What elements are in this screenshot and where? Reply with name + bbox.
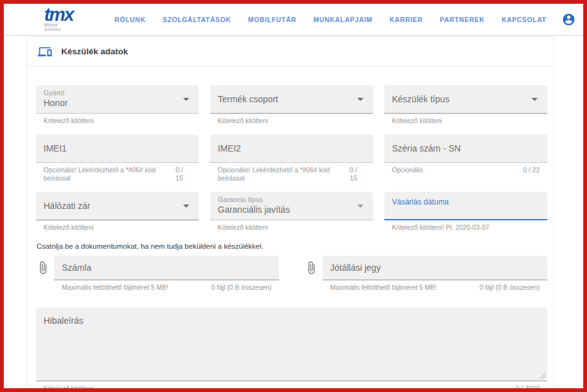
paperclip-icon[interactable] [304,261,318,275]
invoice-attach-field: Számla Maximális feltölthető fájlméret 5… [36,256,279,292]
serial-number-input: Széria szám - SN [384,134,547,163]
error-description-field-wrap: Hibaleírás Kötelező kitölteni 0 / 3000 [36,307,547,388]
form-row-2: IMEI1 Opcionális! Lekérdezhető a *#06# k… [36,134,547,183]
network-lock-field-wrap: Hálózati zár Kötelező kitölteni [36,192,199,232]
devices-icon [38,45,52,59]
warranty-card-helper: Maximális feltölthető fájlméret 5 MB! [330,283,437,292]
nav-item-rolunk[interactable]: RÓLUNK [115,16,146,23]
error-description-label: Hibaleírás [44,316,83,326]
warranty-type-helper: Kötelező kitölteni [218,223,268,232]
nav-item-kapcsolat[interactable]: KAPCSOLAT [502,16,547,23]
imei1-counter: 0 / 15 [175,166,191,183]
tmx-logo-subtext: Mobile Solution [44,23,73,32]
device-form: Gyártó Honor Kötelező kitölteni Termék c… [27,66,554,388]
page: tmx Mobile Solution RÓLUNK SZOLGÁLTATÁSO… [0,0,587,392]
nav-item-szolgaltatasok[interactable]: SZOLGÁLTATÁSOK [163,16,231,23]
warranty-type-label: Garancia típus [218,196,354,205]
nav-item-mobilfutar[interactable]: MOBILFUTÁR [248,16,296,23]
imei2-field-wrap: IMEI2 Opcionális! Lekérdezhető a *#06# k… [210,134,373,183]
manufacturer-value: Honor [44,98,180,109]
attachments-note: Csatolja be a dokumentumokat, ha nem tud… [37,242,547,250]
product-group-label: Termék csoport [218,94,354,104]
imei2-helper: Opcionális! Lekérdezhető a *#06# kód beí… [218,166,350,183]
account-circle-icon[interactable] [562,13,576,27]
warranty-type-select: Garancia típus Garanciális javítás [210,192,373,220]
invoice-upload-input[interactable]: Számla [54,256,279,280]
warranty-type-field-wrap: Garancia típus Garanciális javítás Kötel… [210,192,373,232]
serial-number-field-wrap: Széria szám - SN Opcionális 0 / 22 [384,134,547,183]
error-description-helper: Kötelező kitölteni [44,384,93,388]
network-lock-label: Hálózati zár [44,201,180,211]
purchase-date-helper: Kötelező kitölteni! Pl. 2020-03-07 [392,223,489,232]
product-group-helper: Kötelező kitölteni [218,117,268,126]
network-lock-helper: Kötelező kitölteni [44,223,93,232]
warranty-card-counter: 0 fájl (0 B összesen) [480,283,540,292]
product-group-field-wrap: Termék csoport Kötelező kitölteni [210,85,373,126]
card-header: Készülék adatok [27,37,554,66]
invoice-counter: 0 fájl (0 B összesen) [211,283,271,292]
attachments-row: Számla Maximális feltölthető fájlméret 5… [36,256,547,292]
warranty-card-label: Jótállási jegy [330,263,381,273]
warranty-type-value: Garanciális javítás [218,205,354,216]
nav-item-partnerek[interactable]: PARTNEREK [440,16,485,23]
error-description-counter: 0 / 3000 [516,384,540,388]
purchase-date-label: Vásárlás dátuma [392,198,528,207]
imei1-field-wrap: IMEI1 Opcionális! Lekérdezhető a *#06# k… [36,134,199,183]
serial-number-label: Széria szám - SN [392,143,528,153]
tmx-logo[interactable]: tmx Mobile Solution [44,7,73,32]
imei1-input: IMEI1 [36,134,199,163]
invoice-label: Számla [62,263,92,273]
manufacturer-label: Gyártó [44,89,180,98]
chevron-down-icon [179,92,194,107]
warranty-card-upload-input[interactable]: Jótállási jegy [323,256,547,280]
chevron-down-icon [353,92,368,107]
chevron-down-icon [527,92,542,107]
serial-number-helper: Opcionális [392,166,423,175]
form-row-3: Hálózati zár Kötelező kitölteni Garancia… [36,192,547,232]
serial-number-counter: 0 / 22 [523,166,540,175]
imei2-counter: 0 / 15 [350,166,365,183]
main-nav: RÓLUNK SZOLGÁLTATÁSOK MOBILFUTÁR MUNKALA… [115,16,547,23]
imei1-label: IMEI1 [44,143,180,153]
network-lock-select[interactable]: Hálózati zár [36,192,199,220]
nav-item-munkalapjaim[interactable]: MUNKALAPJAIM [313,16,372,23]
purchase-date-input[interactable]: Vásárlás dátuma [384,192,547,220]
resize-handle-icon[interactable] [540,373,546,379]
top-navigation-bar: tmx Mobile Solution RÓLUNK SZOLGÁLTATÁSO… [4,4,583,35]
invoice-helper: Maximális feltölthető fájlméret 5 MB! [62,283,169,292]
manufacturer-helper: Kötelező kitölteni [44,117,93,126]
imei2-input: IMEI2 [210,134,373,163]
nav-item-karrier[interactable]: KARRIER [389,16,423,23]
page-title: Készülék adatok [61,47,128,56]
device-type-label: Készülék típus [392,94,528,104]
device-type-helper: Kötelező kitölteni [392,117,442,126]
device-type-select[interactable]: Készülék típus [384,85,547,114]
header-icons [562,13,587,27]
product-group-select[interactable]: Termék csoport [210,85,373,114]
manufacturer-field-wrap: Gyártó Honor Kötelező kitölteni [36,85,199,126]
imei2-label: IMEI2 [218,143,354,153]
form-row-1: Gyártó Honor Kötelező kitölteni Termék c… [36,85,547,126]
manufacturer-select: Gyártó Honor [36,85,199,114]
chevron-down-icon [179,198,194,213]
device-data-card: Készülék adatok Gyártó Honor Kötelező ki… [27,37,554,388]
warranty-card-attach-field: Jótállási jegy Maximális feltölthető fáj… [304,256,547,292]
purchase-date-field-wrap: Vásárlás dátuma Kötelező kitölteni! Pl. … [384,192,547,232]
imei1-helper: Opcionális! Lekérdezhető a *#06# kód beí… [44,166,175,183]
paperclip-icon[interactable] [36,261,50,275]
page-content: Készülék adatok Gyártó Honor Kötelező ki… [4,35,583,388]
chevron-down-icon [353,198,368,213]
device-type-field-wrap: Készülék típus Kötelező kitölteni [384,85,547,126]
tmx-logo-text: tmx [44,7,73,23]
error-description-textarea[interactable]: Hibaleírás [36,307,547,381]
